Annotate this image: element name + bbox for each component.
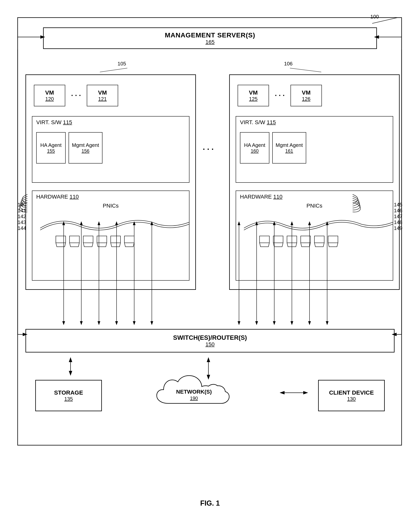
dots-106: · · · [275,92,285,100]
dots-105: · · · [71,92,81,100]
hardware-106-title: HARDWARE 110 [240,194,283,200]
svg-rect-27 [56,236,66,243]
vm-125-label: VM [249,89,258,96]
svg-marker-49 [315,243,324,247]
mgmt-agent-161-label: Mgmt Agent [276,142,303,148]
svg-text:190: 190 [190,395,198,401]
virt-sw-106-box: VIRT. S/W 115 HA Agent 160 Mgmt Agent 16… [236,116,393,183]
svg-marker-48 [301,243,311,247]
vm-row-106: VM 125 · · · VM 126 [238,85,391,106]
fig-label: FIG. 1 [16,499,404,507]
svg-rect-43 [315,236,324,243]
ref-140: 140 [18,202,26,208]
mgmt-agent-156-label: Mgmt Agent [72,142,99,148]
mgmt-server-ref: 165 [206,39,215,45]
vm-125-box: VM 125 [238,85,269,106]
svg-rect-40 [273,236,283,243]
svg-rect-28 [69,236,79,243]
svg-text:NETWORK(S): NETWORK(S) [176,389,212,395]
vm-126-box: VM 126 [290,85,322,106]
svg-marker-38 [124,243,134,247]
ha-agent-155-ref: 155 [47,148,55,154]
svg-marker-34 [69,243,79,247]
svg-marker-37 [111,243,121,247]
host-105-container: VM 120 · · · VM 121 VIRT. S/W 115 HA Age… [26,75,196,290]
mgmt-agent-156-box: Mgmt Agent 156 [68,132,103,163]
hardware-105-box: HARDWARE 110 PNICs [32,190,190,281]
storage-title: STORAGE [54,389,83,396]
ref-141: 141 [18,207,26,214]
pnics-105-label: PNICs [32,203,189,209]
svg-marker-33 [56,243,66,247]
mgmt-agent-156-ref: 156 [82,148,89,154]
svg-marker-47 [287,243,297,247]
host-106-container: VM 125 · · · VM 126 VIRT. S/W 115 HA Age… [229,75,400,290]
svg-rect-41 [287,236,297,243]
vm-121-label: VM [98,89,107,96]
vm-121-box: VM 121 [87,85,118,106]
svg-rect-32 [124,236,134,243]
hardware-105-title: HARDWARE 110 [36,194,79,200]
svg-marker-45 [259,243,269,247]
ref-147: 147 [394,214,402,219]
mgmt-server-title: MANAGEMENT SERVER(S) [165,31,255,39]
vm-121-ref: 121 [98,96,106,102]
ha-agent-160-box: HA Agent 160 [240,132,269,163]
ref-143: 143 [18,219,26,225]
vm-126-label: VM [302,89,311,96]
storage-ref: 135 [64,396,73,402]
vm-120-box: VM 120 [34,85,65,106]
svg-line-26 [290,68,321,72]
svg-rect-30 [97,236,107,243]
ref-106-label: 106 [284,61,293,67]
vm-120-label: VM [45,89,54,96]
ha-agent-160-label: HA Agent [244,142,265,148]
svg-rect-29 [83,236,93,243]
ref-144: 144 [18,225,26,231]
svg-rect-42 [301,236,311,243]
pnics-106-label: PNICs [236,203,393,209]
svg-marker-36 [97,243,107,247]
svg-rect-31 [111,236,121,243]
vm-row-105: VM 120 · · · VM 121 [34,85,188,106]
ref-146: 146 [394,207,402,214]
client-device-box: CLIENT DEVICE 130 [318,380,385,411]
svg-marker-46 [273,243,283,247]
client-device-ref: 130 [347,396,355,402]
ref-142: 142 [18,214,26,219]
ref-149: 149 [394,225,402,231]
mgmt-agent-161-box: Mgmt Agent 161 [272,132,306,163]
switch-ref: 150 [206,341,215,347]
management-server-box: MANAGEMENT SERVER(S) 165 [43,28,377,49]
vm-125-ref: 125 [249,96,258,102]
vm-126-ref: 126 [302,96,310,102]
between-hosts-dots: · · · [203,145,214,154]
ref-145: 145 [394,202,402,208]
client-device-title: CLIENT DEVICE [329,389,374,396]
svg-marker-50 [328,243,338,247]
virt-sw-106-title: VIRT. S/W 115 [240,119,276,125]
hardware-106-box: HARDWARE 110 PNICs [236,190,393,281]
ha-agent-160-ref: 160 [251,148,258,154]
svg-rect-39 [259,236,269,243]
switch-box: SWITCH(ES)/ROUTER(S) 150 [26,329,394,353]
virt-sw-105-title: VIRT. S/W 115 [36,119,72,125]
switch-title: SWITCH(ES)/ROUTER(S) [173,334,247,341]
ref-148: 148 [394,219,402,225]
vm-120-ref: 120 [45,96,54,102]
svg-marker-35 [83,243,93,247]
agents-row-105: HA Agent 155 Mgmt Agent 156 [36,132,185,163]
ha-agent-155-label: HA Agent [40,142,61,148]
ha-agent-155-box: HA Agent 155 [36,132,66,163]
virt-sw-105-box: VIRT. S/W 115 HA Agent 155 Mgmt Agent 15… [32,116,190,183]
network-cloud: NETWORK(S) 190 [153,368,235,419]
agents-row-106: HA Agent 160 Mgmt Agent 161 [240,132,389,163]
storage-box: STORAGE 135 [35,380,102,411]
ref-100-label: 100 [371,14,379,20]
mgmt-agent-161-ref: 161 [285,148,293,154]
ref-105-label: 105 [117,61,126,67]
svg-rect-44 [328,236,338,243]
svg-line-25 [100,68,127,72]
